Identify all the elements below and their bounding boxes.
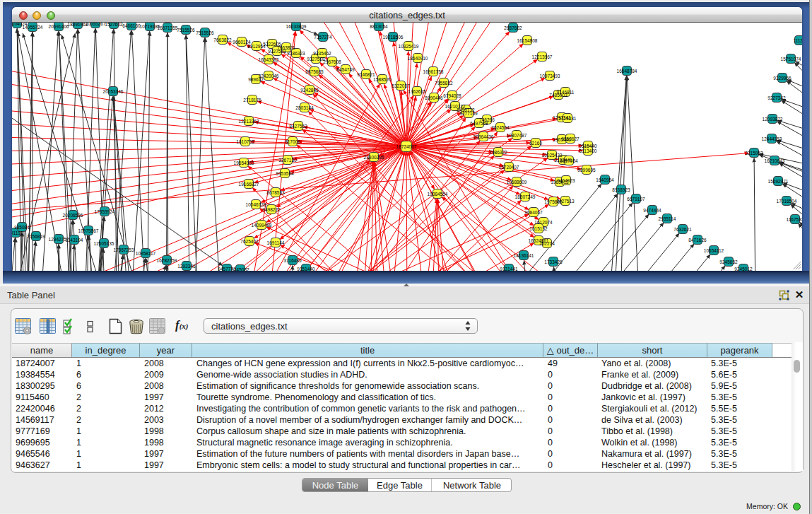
svg-text:14099488: 14099488	[252, 223, 272, 228]
svg-text:8113400: 8113400	[579, 148, 597, 153]
svg-text:10975867: 10975867	[78, 228, 99, 233]
svg-text:9777169: 9777169	[459, 111, 478, 116]
svg-text:20691406: 20691406	[49, 24, 69, 29]
svg-text:3267130: 3267130	[278, 158, 297, 163]
svg-text:391191: 391191	[12, 230, 23, 235]
svg-text:2967608: 2967608	[323, 59, 341, 64]
svg-text:8427513: 8427513	[556, 199, 575, 204]
svg-text:1292346: 1292346	[177, 264, 196, 269]
svg-text:8186323: 8186323	[287, 51, 305, 56]
svg-text:6794028: 6794028	[443, 93, 461, 98]
svg-text:9084067: 9084067	[524, 210, 543, 215]
svg-text:1691144: 1691144	[267, 240, 285, 245]
svg-text:10025433: 10025433	[542, 153, 563, 158]
svg-text:10958117: 10958117	[136, 251, 156, 256]
svg-text:18724007: 18724007	[396, 144, 417, 149]
svg-text:16782759: 16782759	[157, 258, 177, 263]
svg-text:9498222: 9498222	[262, 207, 281, 212]
svg-text:19218506: 19218506	[383, 35, 404, 40]
svg-text:17957253: 17957253	[114, 247, 134, 252]
svg-text:16671355: 16671355	[158, 25, 178, 30]
svg-text:18640910: 18640910	[408, 56, 428, 61]
svg-text:7515526: 7515526	[196, 30, 214, 35]
svg-text:12444153: 12444153	[762, 136, 782, 141]
svg-text:10688609: 10688609	[507, 180, 527, 185]
svg-text:935081: 935081	[14, 225, 30, 230]
svg-text:10973493: 10973493	[540, 74, 560, 78]
svg-text:9151440: 9151440	[297, 267, 315, 271]
svg-text:9227342: 9227342	[767, 95, 786, 100]
svg-text:7663822: 7663822	[213, 37, 232, 42]
svg-text:16648784: 16648784	[617, 69, 637, 74]
svg-text:9335462: 9335462	[313, 51, 331, 56]
svg-text:8471626: 8471626	[688, 238, 707, 243]
svg-text:16154808: 16154808	[517, 38, 538, 43]
svg-text:5115331: 5115331	[559, 116, 577, 121]
svg-text:20364436: 20364436	[473, 134, 494, 139]
svg-text:18807249: 18807249	[515, 194, 536, 199]
svg-text:7632621: 7632621	[673, 227, 692, 232]
svg-text:9146821: 9146821	[357, 72, 375, 77]
svg-text:19654983: 19654983	[234, 160, 254, 165]
svg-text:12213967: 12213967	[532, 54, 553, 59]
svg-text:12505135: 12505135	[94, 241, 114, 246]
svg-text:3215953: 3215953	[745, 151, 763, 156]
svg-text:9242848: 9242848	[300, 88, 319, 93]
svg-text:1612074: 1612074	[534, 220, 553, 225]
svg-text:8813054: 8813054	[370, 24, 388, 29]
svg-text:10654112: 10654112	[704, 248, 724, 253]
svg-text:8678533: 8678533	[266, 190, 285, 195]
svg-text:20053346: 20053346	[103, 89, 124, 94]
svg-text:7625402: 7625402	[240, 239, 259, 244]
svg-text:9515440: 9515440	[579, 144, 597, 148]
svg-text:9329966: 9329966	[773, 76, 792, 81]
svg-text:15720407: 15720407	[499, 165, 519, 170]
svg-text:989612: 989612	[248, 77, 264, 82]
svg-text:8990446: 8990446	[425, 95, 443, 100]
svg-text:817006: 817006	[285, 139, 300, 144]
svg-text:17353924: 17353924	[95, 209, 115, 214]
svg-text:1527602: 1527602	[105, 23, 123, 27]
svg-text:12213363: 12213363	[239, 119, 259, 124]
svg-text:1143194: 1143194	[66, 238, 83, 243]
svg-text:17016504: 17016504	[777, 199, 797, 204]
svg-text:19166827: 19166827	[239, 182, 259, 187]
svg-text:3716485: 3716485	[283, 258, 302, 263]
svg-text:10655267: 10655267	[86, 23, 106, 26]
svg-text:9464923: 9464923	[557, 178, 575, 183]
svg-text:10325419: 10325419	[399, 44, 419, 49]
svg-text:1615132: 1615132	[529, 226, 548, 231]
svg-text:8454749: 8454749	[336, 67, 355, 72]
svg-text:2687682: 2687682	[504, 25, 522, 30]
svg-text:5322605: 5322605	[263, 42, 281, 47]
svg-text:2935114: 2935114	[659, 216, 676, 221]
svg-text:19384554: 19384554	[428, 192, 448, 197]
svg-text:15751074: 15751074	[781, 57, 801, 62]
svg-text:6497568: 6497568	[470, 121, 488, 126]
svg-text:15692971: 15692971	[768, 179, 789, 184]
svg-text:9353627: 9353627	[561, 136, 579, 141]
svg-text:14055724: 14055724	[23, 25, 43, 30]
svg-text:2718176: 2718176	[243, 98, 261, 103]
svg-text:9353594: 9353594	[276, 171, 294, 176]
svg-text:7986322: 7986322	[489, 150, 507, 155]
svg-text:1610755: 1610755	[236, 139, 254, 144]
svg-text:9474444: 9474444	[643, 208, 661, 213]
svg-text:11124: 11124	[793, 38, 802, 43]
svg-text:2803144: 2803144	[295, 105, 314, 110]
svg-text:10807487: 10807487	[507, 133, 527, 138]
svg-text:9327508: 9327508	[307, 57, 325, 62]
svg-text:10046728: 10046728	[246, 202, 266, 207]
svg-text:9327503: 9327503	[268, 49, 286, 54]
svg-text:7515526: 7515526	[177, 28, 195, 33]
svg-text:7357274: 7357274	[314, 35, 332, 40]
svg-text:3624554: 3624554	[491, 125, 510, 130]
svg-text:8427552: 8427552	[289, 124, 307, 129]
svg-text:23300295: 23300295	[364, 155, 384, 160]
svg-text:2156819: 2156819	[27, 234, 45, 239]
svg-text:252214: 252214	[539, 241, 555, 246]
svg-text:6466160: 6466160	[122, 23, 141, 28]
svg-text:12093872: 12093872	[763, 117, 783, 122]
svg-text:62160: 62160	[529, 141, 542, 146]
svg-text:7955812: 7955812	[435, 81, 453, 86]
